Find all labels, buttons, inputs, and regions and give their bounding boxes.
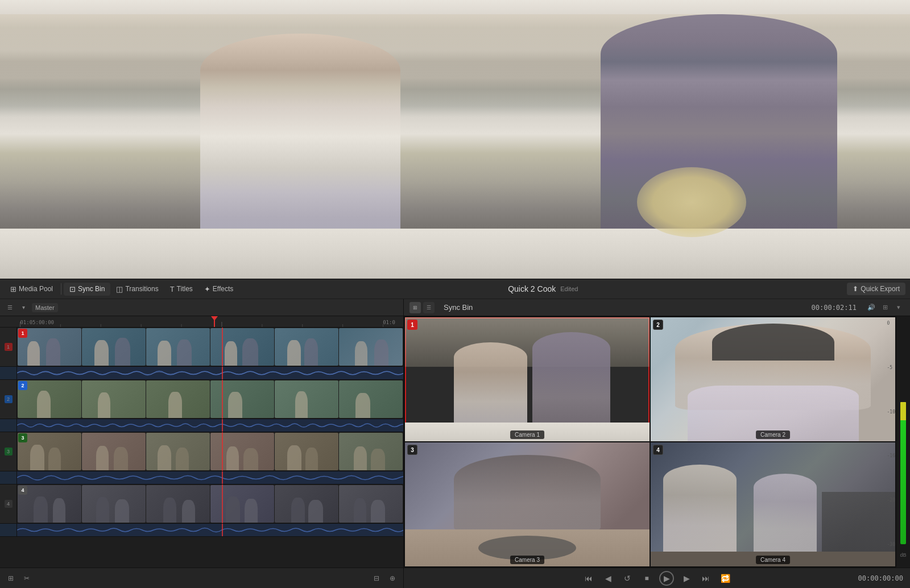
syncbin-footer: ⏮ ◀ ↺ ■ ▶ ▶ ⏭ 🔁 00:00:00:00 [404,568,910,588]
cam-2-bg [651,317,895,441]
track-label-4: 4 [0,485,17,523]
vu-label-16: -16 [887,453,895,458]
transport-fastfwd-btn[interactable]: ⏭ [699,572,713,585]
track-num-2: 2 [5,395,13,403]
timeline-fit-btn[interactable]: ⊟ [370,572,383,585]
export-icon: ⬆ [853,285,858,293]
project-title: Quick 2 Cook [508,284,556,293]
edited-badge: Edited [560,285,578,292]
transport-stop-btn[interactable]: ■ [640,572,653,585]
vu-label-0: 0 [887,321,895,326]
track-row-4: 4 [0,485,403,524]
quick-export-btn[interactable]: ⬆ Quick Export [847,283,905,295]
syncbin-timecode-display: 00:00:02:11 [812,304,857,312]
camera-cell-1[interactable]: 1 Camera 1 [405,317,650,441]
track-cell [210,380,274,418]
timeline-toggle-btn[interactable]: ☰ [5,303,15,313]
track-row-3-audio [0,471,403,485]
track-3-badge: 3 [18,433,27,442]
preview-area [0,0,910,279]
track-3-playhead [222,432,223,471]
syncbin-controls: 🔊 ⊞ ▾ [866,302,904,313]
transport-loop-btn[interactable]: ↺ [621,572,634,585]
track-label-1a [0,367,17,379]
track-3-audio[interactable] [17,471,403,484]
view-btn-2[interactable]: ☰ [423,302,435,313]
timeline-zoom-btn[interactable]: ⊕ [386,572,399,585]
track-2-playhead [222,380,223,419]
camera-cell-3[interactable]: 3 Camera 3 [405,442,650,566]
cam-3-preview [405,442,650,566]
transport-rewind-btn[interactable]: ⏮ [582,572,595,585]
track-label-2a [0,419,17,432]
preview-scene [0,0,910,279]
syncbin-section: ⊞ ☰ Sync Bin 00:00:02:11 🔊 ⊞ ▾ [404,299,910,588]
camera-cell-2[interactable]: 2 Camera 2 [651,317,895,441]
timeline-cut-btn[interactable]: ✂ [20,572,33,585]
effects-btn[interactable]: ✦ Effects [198,283,239,296]
track-2-audio-playhead [222,419,223,432]
track-cell [146,433,210,470]
toolbar-center: Quick 2 Cook Edited [239,284,847,293]
track-label-3a [0,471,17,484]
vu-label-20: -20 [887,498,895,503]
timeline-chevron-btn[interactable]: ▾ [18,303,28,313]
track-2-badge: 2 [18,381,27,390]
cam-2-label: Camera 2 [756,430,790,439]
toolbar-right: ⬆ Quick Export [847,283,905,295]
camera-cell-4[interactable]: 4 Camera 4 [651,442,895,566]
titles-btn[interactable]: T Titles [164,283,198,296]
cam-2-preview [651,317,895,441]
cam-3-bg [405,442,650,566]
view-toggle-group: ⊞ ☰ [410,302,435,313]
cam-1-bg [405,317,650,441]
track-4-audio[interactable] [17,524,403,536]
waveform-1 [17,367,403,379]
transport-forward-btn[interactable]: ▶ [680,572,693,585]
track-cell [146,328,210,366]
timeline-zoom-in-btn[interactable]: ⊞ [5,572,17,585]
toolbar: ⊞ Media Pool ⊡ Sync Bin ◫ Transitions T … [0,279,910,299]
track-row-2-audio [0,419,403,432]
track-row-1-audio [0,367,403,380]
track-1-content[interactable]: 1 [17,328,403,366]
ruler-ticks [0,316,403,328]
track-2-content[interactable]: 2 [17,380,403,419]
sync-bin-btn[interactable]: ⊡ Sync Bin [64,283,110,296]
syncbin-chevron-btn[interactable]: ▾ [893,302,904,313]
track-2-audio[interactable] [17,419,403,432]
transitions-btn[interactable]: ◫ Transitions [110,283,164,296]
track-3-audio-playhead [222,471,223,484]
track-cell [146,380,210,418]
syncbin-grid-btn[interactable]: ⊞ [879,302,891,313]
timeline-header: ☰ ▾ Master [0,299,403,316]
track-4-content[interactable]: 4 [17,485,403,523]
media-pool-btn[interactable]: ⊞ Media Pool [5,283,59,296]
transport-play-btn[interactable]: ▶ [659,571,674,586]
track-4-audio-playhead [222,524,223,536]
cam-3-label: Camera 3 [510,556,544,564]
track-num-4: 4 [5,500,13,508]
view-btn-1[interactable]: ⊞ [410,302,421,313]
track-cell [339,328,403,366]
syncbin-title-label: Sync Bin [444,303,473,312]
track-num-3: 3 [5,448,13,456]
cam-1-label: Camera 1 [510,430,544,439]
syncbin-speaker-btn[interactable]: 🔊 [866,302,877,313]
cam-4-preview [651,442,895,566]
track-3-content[interactable]: 3 [17,432,403,471]
track-row-2: 2 [0,380,403,419]
media-pool-icon: ⊞ [10,285,16,293]
vu-label-10: -10 [887,409,895,415]
track-cell [82,380,146,418]
track-1-audio[interactable] [17,367,403,379]
waveform-2 [17,419,403,432]
syncbin-body: 1 Camera 1 2 [404,316,910,568]
transport-prev-btn[interactable]: ◀ [601,572,615,585]
timeline-ruler[interactable]: 01:05:00:00 01:0 [0,316,403,328]
vu-label-30: -30 [887,542,895,547]
track-cell [82,485,146,523]
track-num-1: 1 [5,343,13,351]
track-cell [275,380,338,418]
transport-repeat-btn[interactable]: 🔁 [718,572,732,585]
